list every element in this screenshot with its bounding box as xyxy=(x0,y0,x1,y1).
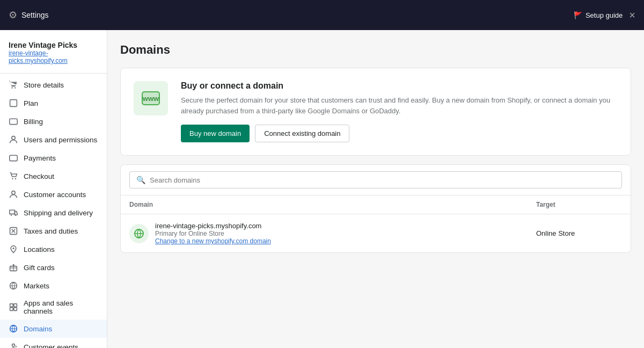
domains-table-card: 🔍 Domain Target irene-vintage-picks.mysh… xyxy=(120,164,631,253)
sidebar-item-checkout[interactable]: Checkout xyxy=(0,167,107,185)
svg-point-4 xyxy=(12,136,15,140)
svg-rect-2 xyxy=(10,100,17,107)
page-title: Domains xyxy=(120,43,631,57)
sidebar-item-taxes-duties[interactable]: Taxes and duties xyxy=(0,222,107,240)
flag-icon: 🚩 xyxy=(574,11,582,19)
gift-cards-icon xyxy=(9,263,18,272)
promo-icon: www xyxy=(134,81,168,115)
store-url[interactable]: irene-vintage-picks.myshopify.com xyxy=(9,49,98,64)
store-details-icon xyxy=(9,80,18,90)
sidebar-item-gift-cards[interactable]: Gift cards xyxy=(0,258,107,277)
sidebar-item-markets[interactable]: Markets xyxy=(0,277,107,295)
sidebar-label-customer-accounts: Customer accounts xyxy=(24,191,86,199)
sidebar-label-apps: Apps and sales channels xyxy=(24,299,98,315)
sidebar-label-taxes: Taxes and duties xyxy=(24,227,78,235)
sidebar-store-header: Irene Vintage Picks irene-vintage-picks.… xyxy=(0,34,107,74)
content-area: Domains www Buy or connect a domain Secu… xyxy=(107,30,644,348)
domains-icon xyxy=(9,324,18,334)
sidebar-label-billing: Billing xyxy=(24,118,43,126)
svg-point-10 xyxy=(15,215,16,216)
domain-column-header: Domain xyxy=(129,201,536,208)
setup-guide-label: Setup guide xyxy=(586,11,623,19)
svg-rect-5 xyxy=(10,155,17,161)
customer-events-icon xyxy=(9,342,18,348)
sidebar-label-plan: Plan xyxy=(24,99,38,107)
search-input[interactable] xyxy=(150,176,615,184)
sidebar-item-apps-sales-channels[interactable]: Apps and sales channels xyxy=(0,295,107,320)
top-bar-title: Settings xyxy=(21,11,49,19)
promo-actions: Buy new domain Connect existing domain xyxy=(181,125,618,142)
top-bar-left: ⚙ Settings xyxy=(9,9,49,21)
main-layout: Irene Vintage Picks irene-vintage-picks.… xyxy=(0,30,644,348)
svg-point-1 xyxy=(14,87,16,88)
sidebar-label-markets: Markets xyxy=(24,282,49,290)
svg-point-7 xyxy=(15,178,16,179)
svg-rect-17 xyxy=(10,308,13,311)
sidebar-item-customer-accounts[interactable]: Customer accounts xyxy=(0,185,107,204)
domain-info: irene-vintage-picks.myshopify.com Primar… xyxy=(155,222,536,245)
table-header: Domain Target xyxy=(121,195,631,214)
svg-rect-16 xyxy=(14,304,17,307)
store-name: Irene Vintage Picks xyxy=(9,41,98,49)
search-icon: 🔍 xyxy=(136,176,145,184)
search-input-wrapper[interactable]: 🔍 xyxy=(129,171,622,189)
top-bar-right: 🚩 Setup guide × xyxy=(574,9,635,21)
target-column-header: Target xyxy=(536,201,622,208)
promo-description: Secure the perfect domain for your store… xyxy=(181,95,618,116)
svg-point-20 xyxy=(12,344,15,346)
sidebar: Irene Vintage Picks irene-vintage-picks.… xyxy=(0,30,107,348)
sidebar-item-domains[interactable]: Domains xyxy=(0,320,107,338)
sidebar-label-shipping: Shipping and delivery xyxy=(24,209,93,217)
domain-name: irene-vintage-picks.myshopify.com xyxy=(155,222,536,230)
sidebar-label-checkout: Checkout xyxy=(24,172,54,180)
domain-globe-icon xyxy=(129,224,149,243)
svg-rect-18 xyxy=(14,308,17,311)
sidebar-label-store-details: Store details xyxy=(24,81,64,89)
sidebar-item-billing[interactable]: Billing xyxy=(0,112,107,130)
svg-rect-3 xyxy=(10,119,17,124)
search-bar-container: 🔍 xyxy=(121,165,631,195)
payments-icon xyxy=(9,153,18,163)
connect-domain-button[interactable]: Connect existing domain xyxy=(255,125,349,142)
svg-point-0 xyxy=(11,87,12,88)
sidebar-item-store-details[interactable]: Store details xyxy=(0,76,107,94)
sidebar-item-users-permissions[interactable]: Users and permissions xyxy=(0,130,107,149)
taxes-icon xyxy=(9,226,18,236)
gear-icon: ⚙ xyxy=(9,9,17,21)
markets-icon xyxy=(9,281,18,291)
apps-icon xyxy=(9,302,18,312)
sidebar-item-plan[interactable]: Plan xyxy=(0,94,107,112)
users-icon xyxy=(9,135,18,144)
sidebar-item-locations[interactable]: Locations xyxy=(0,240,107,258)
domain-target: Online Store xyxy=(536,229,622,237)
buy-domain-button[interactable]: Buy new domain xyxy=(181,125,250,142)
domain-primary-label: Primary for Online Store xyxy=(155,230,536,237)
sidebar-label-customer-events: Customer events xyxy=(24,343,78,349)
plan-icon xyxy=(9,98,18,108)
domain-row: irene-vintage-picks.myshopify.com Primar… xyxy=(121,214,631,252)
sidebar-item-customer-events[interactable]: Customer events xyxy=(0,338,107,348)
svg-text:www: www xyxy=(142,95,159,103)
locations-icon xyxy=(9,244,18,254)
close-button[interactable]: × xyxy=(629,9,635,21)
promo-card: www Buy or connect a domain Secure the p… xyxy=(120,68,631,156)
sidebar-label-payments: Payments xyxy=(24,154,56,162)
top-bar: ⚙ Settings 🚩 Setup guide × xyxy=(0,0,644,30)
svg-point-6 xyxy=(12,178,13,179)
sidebar-label-domains: Domains xyxy=(24,325,52,333)
setup-guide-button[interactable]: 🚩 Setup guide xyxy=(574,11,623,19)
svg-point-8 xyxy=(12,191,15,194)
customer-accounts-icon xyxy=(9,190,18,199)
svg-point-12 xyxy=(12,248,14,249)
change-domain-link[interactable]: Change to a new myshopify.com domain xyxy=(155,237,536,245)
svg-point-9 xyxy=(11,215,12,216)
sidebar-label-users: Users and permissions xyxy=(24,136,97,144)
sidebar-item-payments[interactable]: Payments xyxy=(0,149,107,167)
sidebar-label-gift-cards: Gift cards xyxy=(24,264,55,272)
shipping-icon xyxy=(9,208,18,218)
checkout-icon xyxy=(9,171,18,181)
sidebar-item-shipping-delivery[interactable]: Shipping and delivery xyxy=(0,204,107,222)
sidebar-label-locations: Locations xyxy=(24,245,55,253)
billing-icon xyxy=(9,117,18,126)
promo-title: Buy or connect a domain xyxy=(181,81,618,91)
